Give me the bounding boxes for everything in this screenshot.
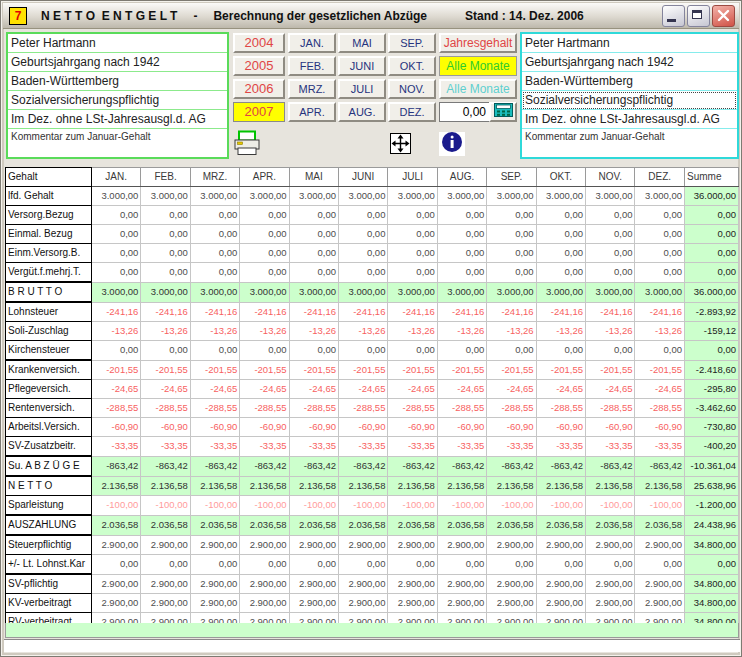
month-value-cell: -863,42 — [388, 456, 437, 476]
row-label: Su. A B Z Ü G E — [6, 456, 92, 476]
month-value-cell: 0,00 — [536, 263, 585, 283]
summe-value-cell: 0,00 — [685, 341, 739, 361]
month-value-cell: 3.000,00 — [339, 282, 388, 302]
year-button-2007[interactable]: 2007 — [233, 102, 285, 122]
year-button-2006[interactable]: 2006 — [233, 79, 285, 99]
employee-name[interactable]: Peter Hartmann — [522, 34, 737, 53]
info-button[interactable] — [439, 132, 465, 156]
table-header-month: SEP. — [487, 168, 536, 187]
summe-value-cell: 34.800,00 — [685, 535, 739, 555]
month-button-juni[interactable]: JUNI — [338, 56, 386, 76]
row-label: Arbeitsl.Versich. — [6, 418, 92, 437]
month-button-sep[interactable]: SEP. — [388, 33, 436, 53]
month-value-cell: -863,42 — [339, 456, 388, 476]
maximize-button[interactable] — [687, 5, 710, 27]
summe-value-cell: 24.438,96 — [685, 515, 739, 535]
month-value-cell: -60,90 — [141, 418, 190, 437]
month-value-cell: 3.000,00 — [536, 282, 585, 302]
month-button-nov[interactable]: NOV. — [388, 79, 436, 99]
month-button-dez[interactable]: DEZ. — [388, 102, 436, 122]
minimize-button[interactable] — [662, 5, 685, 27]
employee-name[interactable]: Peter Hartmann — [8, 34, 227, 53]
month-value-cell: 0,00 — [339, 206, 388, 225]
close-button[interactable] — [712, 5, 735, 27]
month-value-cell: -60,90 — [289, 418, 338, 437]
month-value-cell: 0,00 — [635, 341, 685, 361]
month-button-mai[interactable]: MAI — [338, 33, 386, 53]
month-button-feb[interactable]: FEB. — [288, 56, 336, 76]
month-value-cell: -863,42 — [586, 456, 635, 476]
month-button-jan[interactable]: JAN. — [288, 33, 336, 53]
row-label: AUSZAHLUNG — [6, 515, 92, 535]
month-value-cell: 3.000,00 — [586, 282, 635, 302]
month-value-cell: 2.900,00 — [487, 535, 536, 555]
month-value-cell: -33,35 — [388, 437, 437, 457]
app-icon[interactable]: 7 — [9, 7, 27, 25]
month-button-aug[interactable]: AUG. — [338, 102, 386, 122]
month-value-cell: 2.900,00 — [141, 594, 190, 613]
amount-entry — [439, 102, 517, 122]
month-value-cell: -241,16 — [437, 302, 486, 322]
year-button-2005[interactable]: 2005 — [233, 56, 285, 76]
row-label: Lohnsteuer — [6, 302, 92, 322]
summe-value-cell: 0,00 — [685, 225, 739, 244]
info-icon — [441, 131, 463, 157]
month-value-cell: -201,55 — [536, 360, 585, 380]
december-setting[interactable]: Im Dez. ohne LSt-Jahresausgl.d. AG — [8, 110, 227, 129]
month-value-cell: 2.900,00 — [586, 574, 635, 594]
month-value-cell: -13,26 — [487, 322, 536, 341]
month-value-cell: 0,00 — [487, 341, 536, 361]
month-value-cell: -201,55 — [190, 360, 239, 380]
jahresgehalt-button[interactable]: Jahresgehalt — [439, 33, 517, 53]
month-value-cell: -241,16 — [536, 302, 585, 322]
month-value-cell: 2.900,00 — [635, 535, 685, 555]
month-value-cell: 0,00 — [190, 244, 239, 263]
month-button-juli[interactable]: JULI — [338, 79, 386, 99]
month-value-cell: -33,35 — [339, 437, 388, 457]
month-button-apr[interactable]: APR. — [288, 102, 336, 122]
month-value-cell: -100,00 — [190, 496, 239, 516]
state-setting[interactable]: Baden-Württemberg — [522, 72, 737, 91]
month-value-cell: -201,55 — [586, 360, 635, 380]
alle-monate-unselected-button[interactable]: Alle Monate — [439, 79, 517, 99]
printer-icon — [233, 144, 261, 161]
state-setting[interactable]: Baden-Württemberg — [8, 72, 227, 91]
month-button-mrz[interactable]: MRZ. — [288, 79, 336, 99]
month-value-cell: -100,00 — [437, 496, 486, 516]
month-button-okt[interactable]: OKT. — [388, 56, 436, 76]
birth-year-setting[interactable]: Geburtsjahrgang nach 1942 — [522, 53, 737, 72]
calculator-button[interactable] — [489, 102, 517, 122]
summe-value-cell: 34.800,00 — [685, 574, 739, 594]
month-value-cell: 3.000,00 — [487, 282, 536, 302]
print-button[interactable] — [233, 130, 261, 158]
month-value-cell: 3.000,00 — [190, 282, 239, 302]
resize-button[interactable] — [390, 133, 411, 154]
table-row: Vergüt.f.mehrj.T.0,000,000,000,000,000,0… — [6, 263, 739, 283]
month-value-cell: 2.136,58 — [388, 476, 437, 496]
month-value-cell: 2.900,00 — [240, 535, 289, 555]
month-value-cell: -201,55 — [339, 360, 388, 380]
december-setting[interactable]: Im Dez. ohne LSt-Jahresausgl.d. AG — [522, 110, 737, 129]
year-button-2004[interactable]: 2004 — [233, 33, 285, 53]
month-value-cell: -863,42 — [289, 456, 338, 476]
month-value-cell: -13,26 — [388, 322, 437, 341]
month-value-cell: -13,26 — [437, 322, 486, 341]
month-value-cell: 0,00 — [339, 555, 388, 575]
row-label: Soli-Zuschlag — [6, 322, 92, 341]
month-value-cell: -241,16 — [141, 302, 190, 322]
mode-controls: Jahresgehalt Alle Monate Alle Monate — [439, 33, 517, 122]
amount-input[interactable] — [439, 102, 489, 122]
month-value-cell: 2.136,58 — [437, 476, 486, 496]
month-value-cell: -13,26 — [240, 322, 289, 341]
summe-value-cell: -1.200,00 — [685, 496, 739, 516]
birth-year-setting[interactable]: Geburtsjahrgang nach 1942 — [8, 53, 227, 72]
month-value-cell: 0,00 — [141, 206, 190, 225]
alle-monate-selected-button[interactable]: Alle Monate — [439, 56, 517, 76]
employee-panel-right: Peter Hartmann Geburtsjahrgang nach 1942… — [520, 32, 739, 159]
month-value-cell: 2.900,00 — [635, 574, 685, 594]
window-subtitle: Berechnung der gesetzlichen Abzüge — [213, 9, 427, 23]
insurance-setting[interactable]: Sozialversicherungspflichtig — [522, 91, 737, 110]
insurance-setting[interactable]: Sozialversicherungspflichtig — [8, 91, 227, 110]
table-row: B R U T T O3.000,003.000,003.000,003.000… — [6, 282, 739, 302]
month-value-cell: -24,65 — [240, 380, 289, 399]
